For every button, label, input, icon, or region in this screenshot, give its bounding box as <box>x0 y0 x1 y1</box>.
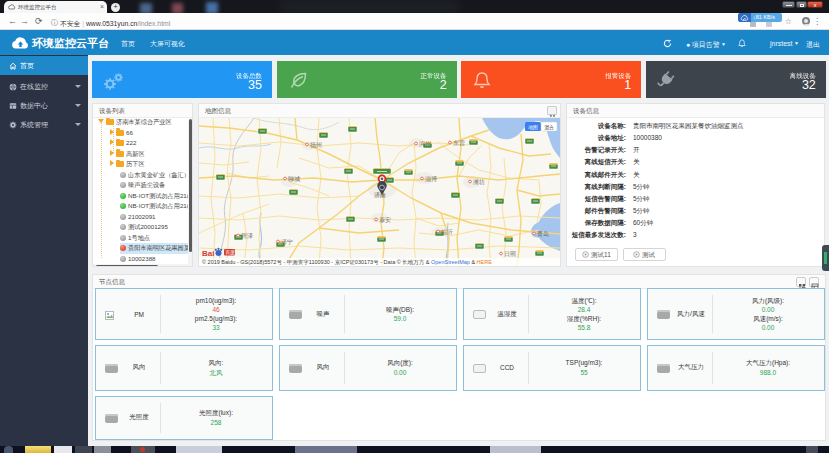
svg-text:淄博: 淄博 <box>425 176 437 183</box>
svg-text:济南: 济南 <box>374 191 386 198</box>
svg-text:菏泽: 菏泽 <box>241 232 253 240</box>
svg-text:混合: 混合 <box>544 124 554 131</box>
svg-text:泰安: 泰安 <box>379 216 391 224</box>
svg-text:© 2019 Baidu - GS(2018)5572号 -: © 2019 Baidu - GS(2018)5572号 - 甲测资字11009… <box>202 259 492 266</box>
svg-text:济宁: 济宁 <box>281 238 293 245</box>
svg-text:地图: 地图 <box>527 125 538 130</box>
svg-text:德州: 德州 <box>310 142 322 149</box>
svg-text:百度: 百度 <box>225 249 235 256</box>
svg-text:滨州: 滨州 <box>419 140 431 147</box>
svg-text:日照: 日照 <box>504 251 516 258</box>
svg-text:聊城: 聊城 <box>288 176 300 182</box>
svg-text:青岛: 青岛 <box>537 231 549 237</box>
svg-text:东营: 东营 <box>453 139 465 147</box>
svg-text:潍坊: 潍坊 <box>473 178 485 186</box>
svg-text:Bai: Bai <box>202 249 214 258</box>
svg-text:临沂: 临沂 <box>441 229 453 236</box>
